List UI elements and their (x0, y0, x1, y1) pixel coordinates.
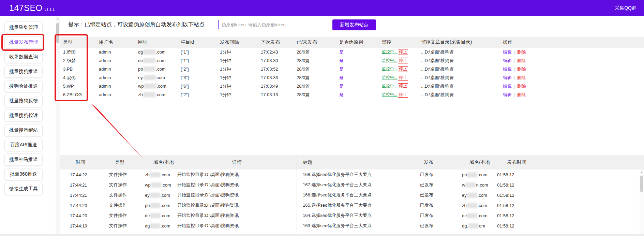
cell-next-publish: 17:03:49 (261, 84, 297, 89)
sidebar-item-5[interactable]: 搜狗验证推送 (4, 80, 43, 92)
cell-type: 4.易优 (63, 75, 99, 81)
edit-link[interactable]: 编辑 (503, 84, 512, 89)
cell-title: 163.选择seo优化服务平台三大要点 (297, 223, 420, 229)
stop-button[interactable]: 停止 (398, 92, 408, 98)
sidebar-item-3[interactable]: 收录数据查询 (4, 51, 43, 63)
add-publish-site-button[interactable]: 新增发布站点 (332, 19, 376, 30)
censored-blur (467, 203, 477, 208)
cell-published-count: 28/0篇 (297, 58, 339, 64)
sidebar-item-7[interactable]: 批量搜狗投诉 (4, 109, 43, 122)
cell-type: 文件操作 (109, 172, 145, 178)
cell-type: 1.帝国 (63, 49, 99, 55)
sidebar-item-8[interactable]: 批量搜狗绑站 (4, 124, 43, 136)
cell-interval: 1分钟 (220, 92, 261, 98)
edit-link[interactable]: 编辑 (503, 67, 512, 72)
cell-title: 167.选择seo优化服务平台三大要点 (297, 182, 420, 188)
stop-button[interactable]: 停止 (398, 75, 408, 80)
cell-monitor-dir: ...D:\桌面\搜狗资 (421, 83, 503, 89)
cell-username: admin (99, 84, 138, 89)
monitoring-link[interactable]: 监控中... (382, 84, 398, 88)
cell-domain: de.com (145, 213, 177, 218)
pseudo-token-input[interactable] (218, 20, 327, 29)
op-separator: | (514, 58, 515, 63)
cell-username: admin (99, 92, 138, 97)
sidebar-item-6[interactable]: 批量搜狗反馈 (4, 95, 43, 107)
scrollbar-thumb[interactable] (56, 23, 59, 43)
scroll-up-icon[interactable]: ▲ (640, 169, 644, 173)
sidebar-item-4[interactable]: 批量搜狗推送 (4, 65, 43, 78)
scroll-up-icon[interactable]: ▲ (56, 16, 60, 20)
cell-publish-domain: zb.com (462, 203, 497, 208)
cell-next-publish: 17:03:13 (261, 92, 297, 97)
sidebar-item-10[interactable]: 批量神马推送 (4, 153, 43, 166)
edit-link[interactable]: 编辑 (503, 75, 512, 80)
edit-link[interactable]: 编辑 (503, 92, 512, 97)
stop-button[interactable]: 停止 (398, 49, 408, 55)
cell-username: admin (99, 49, 138, 55)
cell-monitor-dir: ...D:\桌面\搜狗资 (421, 66, 503, 72)
cell-publish-domain: wn.com (462, 182, 497, 188)
cell-time: 17:44:20 (70, 203, 109, 208)
cell-detail: 开始监控目录:D:\桌面\搜狗资讯 (177, 172, 297, 178)
sidebar-item-2[interactable]: 批量发布管理 (4, 36, 43, 48)
stop-button[interactable]: 停止 (398, 58, 408, 63)
monitoring-link[interactable]: 监控中... (382, 75, 398, 80)
sidebar-item-12[interactable]: 链接生成工具 (4, 183, 43, 195)
op-separator: | (514, 75, 515, 80)
cell-type: 3.PB (63, 67, 99, 72)
censored-blur (467, 172, 477, 177)
content-scrollbar[interactable]: ▲ (56, 16, 60, 236)
column-header: 已/未发布 (297, 39, 339, 45)
cell-detail: 开始监控目录:D:\桌面\搜狗资讯 (177, 202, 297, 208)
delete-link[interactable]: 删除 (517, 75, 526, 80)
log-row: 17:44:21文件操作ey.com开始监控目录:D:\桌面\搜狗资讯166.选… (60, 190, 644, 200)
site-row: 2.织梦adminde.com["1"]1分钟17:03:3028/0篇是监控中… (60, 56, 644, 65)
cell-username: admin (99, 58, 138, 63)
cell-publish-status: 已发布 (420, 182, 462, 188)
sidebar-item-9[interactable]: 百度API推送 (4, 139, 43, 151)
cell-url: dg.com (138, 49, 181, 55)
stop-button[interactable]: 停止 (398, 66, 408, 72)
censored-blur (465, 182, 476, 188)
cell-publish-time: 01:58:12 (497, 172, 644, 177)
bind-site-hint: 提示：已绑定站点，可设置伪原创后自动发布到以下站点 (68, 21, 205, 28)
monitoring-link[interactable]: 监控中... (382, 67, 398, 71)
cell-column-id: ["1"] (181, 49, 220, 55)
log-row: 17:44:20文件操作de.com开始监控目录:D:\桌面\搜狗资讯164.选… (60, 210, 644, 221)
log-row: 17:44:20文件操作pb.com开始监控目录:D:\桌面\搜狗资讯165.选… (60, 200, 644, 210)
delete-link[interactable]: 删除 (517, 92, 526, 97)
column-header: 标题 (297, 159, 420, 165)
sidebar-item-11[interactable]: 批量360推送 (4, 168, 43, 180)
monitoring-link[interactable]: 监控中... (382, 92, 398, 97)
cell-type: 2.织梦 (63, 58, 99, 64)
edit-link[interactable]: 编辑 (503, 49, 512, 55)
sidebar-item-1[interactable]: 批量采集管理 (4, 21, 43, 34)
column-header: 下次发布 (261, 39, 297, 45)
edit-link[interactable]: 编辑 (503, 58, 512, 63)
column-header: 网址 (138, 39, 181, 45)
scrollbar-thumb[interactable] (640, 176, 643, 192)
log-scrollbar[interactable]: ▲ (640, 169, 644, 236)
cell-type: 文件操作 (109, 223, 145, 229)
cell-publish-status: 已发布 (420, 202, 462, 208)
delete-link[interactable]: 删除 (517, 49, 526, 55)
cell-interval: 1分钟 (220, 49, 261, 55)
column-header: 栏目id (181, 39, 220, 45)
cell-monitor: 监控中...停止 (382, 92, 421, 98)
cell-title: 164.选择seo优化服务平台三大要点 (297, 212, 420, 219)
delete-link[interactable]: 删除 (517, 84, 526, 89)
log-table-body: 17:44:22文件操作zb.com开始监控目录:D:\桌面\搜狗资讯168.选… (60, 169, 644, 231)
censored-blur (144, 75, 156, 80)
horizontal-scrollbar[interactable] (0, 234, 644, 236)
cell-next-publish: 17:03:52 (261, 67, 297, 72)
monitoring-link[interactable]: 监控中... (382, 49, 398, 54)
cell-detail: 开始监控目录:D:\桌面\搜狗资讯 (177, 212, 297, 219)
sites-table-header: 类型用户名网址栏目id发布间隔下次发布已/未发布是否伪原创监控监控文章目录(采集… (60, 37, 644, 48)
cell-domain: wp.com (145, 182, 177, 188)
cell-time: 17:44:19 (70, 223, 109, 228)
monitoring-link[interactable]: 监控中... (382, 58, 398, 63)
stop-button[interactable]: 停止 (398, 83, 408, 89)
delete-link[interactable]: 删除 (517, 58, 526, 63)
delete-link[interactable]: 删除 (517, 67, 526, 72)
qq-group-link[interactable]: 采集QQ群 (615, 0, 636, 16)
